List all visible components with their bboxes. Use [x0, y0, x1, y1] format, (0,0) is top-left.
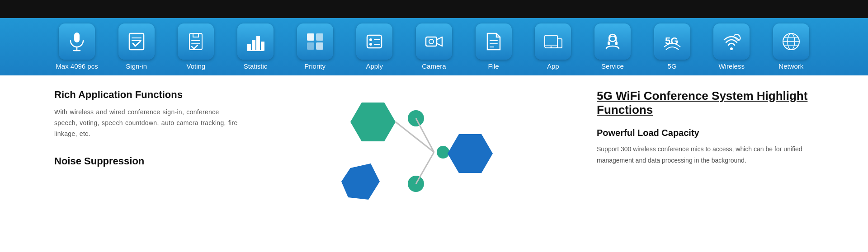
- icon-item-signin[interactable]: Sign-in: [114, 23, 159, 70]
- icon-item-5g[interactable]: 5G 5G: [650, 23, 695, 70]
- icon-item-statistic[interactable]: Statistic: [233, 23, 278, 70]
- icon-item-voting[interactable]: Voting: [173, 23, 218, 70]
- icon-label-5g: 5G: [668, 62, 677, 70]
- top-black-bar: [0, 0, 868, 18]
- svg-rect-9: [247, 44, 251, 51]
- icon-box-wireless: [713, 23, 750, 60]
- icon-label-service: Service: [601, 62, 624, 70]
- svg-line-45: [396, 122, 434, 152]
- camera-icon: [424, 32, 444, 51]
- icon-item-file[interactable]: File: [471, 23, 516, 70]
- wireless-icon: [722, 32, 741, 51]
- icon-item-priority[interactable]: Priority: [292, 23, 338, 70]
- svg-rect-3: [129, 33, 144, 50]
- icon-box-service: [594, 23, 631, 60]
- highlight-subtitle: Powerful Load Capacity: [597, 128, 814, 138]
- app-icon: [543, 32, 563, 51]
- voting-icon: [186, 32, 206, 51]
- icon-item-app[interactable]: App: [530, 23, 576, 70]
- svg-rect-15: [316, 33, 323, 41]
- icon-label-priority: Priority: [304, 62, 326, 70]
- icon-box-app: [535, 23, 571, 60]
- svg-point-19: [369, 38, 372, 41]
- svg-rect-23: [426, 37, 437, 46]
- priority-icon: [305, 32, 325, 51]
- svg-rect-28: [545, 35, 557, 48]
- svg-rect-33: [608, 42, 610, 45]
- icon-box-signin: [118, 23, 155, 60]
- right-column: 5G WiFi Conference System Highlight Func…: [579, 89, 814, 211]
- icon-item-max4096[interactable]: Max 4096 pcs: [54, 23, 99, 70]
- icon-label-camera: Camera: [422, 62, 446, 70]
- icon-label-network: Network: [778, 62, 803, 70]
- svg-rect-34: [615, 42, 618, 45]
- svg-marker-50: [448, 134, 493, 173]
- svg-rect-18: [367, 35, 382, 48]
- icon-box-network: [773, 23, 809, 60]
- svg-rect-0: [74, 33, 80, 42]
- icon-item-wireless[interactable]: Wireless: [709, 23, 754, 70]
- svg-marker-51: [341, 163, 380, 200]
- svg-point-31: [551, 47, 552, 48]
- icon-label-voting: Voting: [186, 62, 205, 70]
- svg-line-48: [416, 152, 434, 184]
- svg-point-20: [369, 43, 372, 46]
- network-icon: [781, 32, 801, 51]
- svg-rect-12: [261, 42, 264, 51]
- microphone-icon: [67, 32, 87, 51]
- apply-icon: [364, 32, 384, 51]
- icon-label-max4096: Max 4096 pcs: [56, 62, 98, 70]
- left-column: Rich Application Functions With wireless…: [54, 89, 244, 211]
- svg-point-24: [429, 39, 434, 44]
- service-icon: [603, 32, 623, 51]
- statistic-icon: [245, 32, 265, 51]
- highlight-main-title: 5G WiFi Conference System Highlight Func…: [597, 89, 814, 117]
- diagram-column: [244, 89, 579, 211]
- icon-label-signin: Sign-in: [126, 62, 147, 70]
- 5g-icon: 5G: [662, 32, 682, 51]
- signin-icon: [127, 32, 146, 51]
- icon-item-camera[interactable]: Camera: [411, 23, 457, 70]
- icon-label-apply: Apply: [366, 62, 383, 70]
- file-icon: [484, 32, 504, 51]
- icon-item-service[interactable]: Service: [590, 23, 635, 70]
- rich-application-title: Rich Application Functions: [54, 89, 244, 101]
- svg-rect-17: [316, 42, 323, 50]
- svg-line-46: [416, 118, 434, 152]
- icon-item-network[interactable]: Network: [769, 23, 814, 70]
- icon-box-apply: [356, 23, 392, 60]
- icon-box-file: [476, 23, 512, 60]
- icon-label-file: File: [488, 62, 499, 70]
- rich-application-text: With wireless and wired conference sign-…: [54, 107, 244, 139]
- icon-box-priority: [297, 23, 333, 60]
- svg-rect-11: [256, 36, 260, 51]
- svg-rect-14: [307, 33, 314, 41]
- noise-suppression-title: Noise Suppression: [54, 155, 244, 167]
- svg-point-49: [437, 146, 449, 159]
- highlight-text: Support 300 wireless conference mics to …: [597, 144, 814, 166]
- icon-box-max4096: [59, 23, 95, 60]
- hexagon-diagram: [326, 93, 497, 211]
- icon-label-wireless: Wireless: [718, 62, 745, 70]
- icon-box-5g: 5G: [654, 23, 690, 60]
- content-section: Rich Application Functions With wireless…: [0, 75, 868, 211]
- icon-box-voting: [178, 23, 214, 60]
- icon-item-apply[interactable]: Apply: [352, 23, 397, 70]
- icon-label-statistic: Statistic: [244, 62, 268, 70]
- icon-bar: Max 4096 pcs Sign-in Voting: [0, 18, 868, 75]
- icon-label-app: App: [547, 62, 559, 70]
- svg-rect-29: [557, 39, 562, 48]
- svg-rect-16: [307, 42, 314, 50]
- svg-marker-43: [350, 103, 396, 141]
- icon-box-statistic: [237, 23, 274, 60]
- svg-rect-10: [252, 40, 255, 51]
- svg-point-36: [730, 47, 733, 50]
- icon-box-camera: [416, 23, 452, 60]
